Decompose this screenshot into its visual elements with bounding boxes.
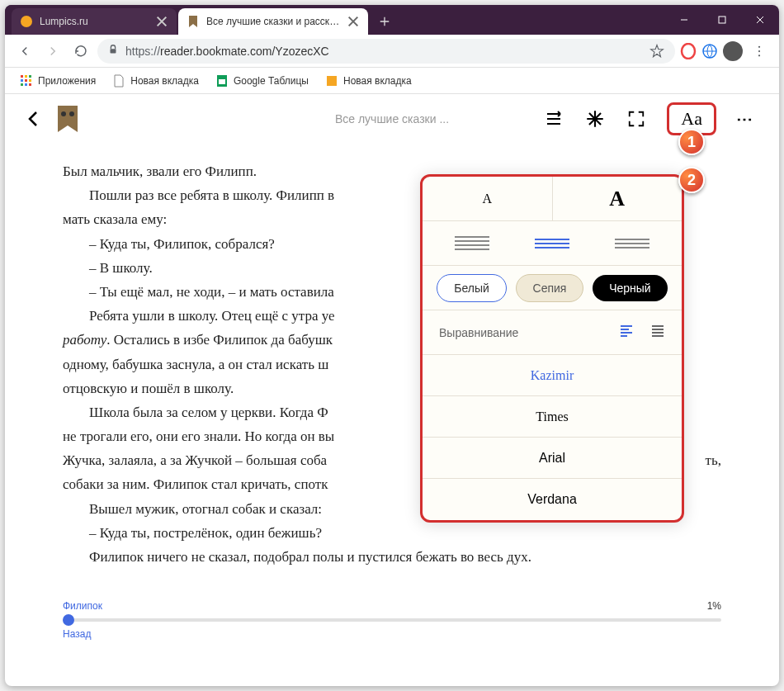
alignment-options (619, 324, 665, 341)
annotation-badge-2: 2 (678, 167, 705, 193)
window-controls (665, 5, 779, 35)
font-kazimir[interactable]: Kazimir (423, 355, 682, 396)
toc-button[interactable] (543, 108, 564, 130)
globe-icon[interactable] (701, 43, 718, 59)
svg-rect-12 (25, 79, 27, 82)
apps-button[interactable]: Приложения (13, 71, 102, 91)
svg-rect-15 (25, 83, 27, 86)
maximize-button[interactable] (703, 5, 741, 35)
bookmark-item[interactable]: Новая вкладка (319, 71, 418, 91)
url-input[interactable]: https://reader.bookmate.com/YzozecXC (97, 39, 675, 64)
progress-percent: 1% (707, 600, 721, 612)
font-size-increase[interactable]: A (553, 177, 682, 220)
font-settings-panel: A A Белый Сепия Черный Выравнивание Kazi… (420, 174, 684, 523)
reader-toolbar: Aa ⋯ (543, 102, 754, 135)
bookmate-logo[interactable] (53, 104, 83, 134)
tab-favicon-bookmate (187, 15, 200, 28)
book-title: Все лучшие сказки ... (335, 112, 449, 125)
close-icon[interactable] (155, 15, 168, 28)
new-tab-button[interactable] (373, 10, 396, 33)
bookmark-label: Новая вкладка (343, 75, 412, 87)
close-button[interactable] (741, 5, 779, 35)
align-left-icon[interactable] (619, 324, 634, 341)
svg-rect-13 (29, 79, 31, 82)
svg-rect-19 (327, 76, 337, 86)
progress-slider[interactable] (63, 618, 721, 622)
bookmark-item[interactable]: Google Таблицы (209, 71, 315, 91)
svg-point-0 (21, 16, 32, 27)
bookmarks-bar: Приложения Новая вкладка Google Таблицы … (5, 68, 779, 94)
reader-header: Все лучшие сказки ... Aa ⋯ (5, 94, 779, 144)
svg-point-6 (758, 50, 760, 51)
reload-button[interactable] (69, 40, 92, 63)
theme-black-button[interactable]: Черный (593, 275, 668, 301)
profile-avatar[interactable] (723, 41, 743, 61)
progress-area: Филипок 1% Назад (5, 590, 779, 656)
tab-bookmate[interactable]: Все лучшие сказки и рассказы (178, 8, 368, 35)
svg-point-7 (758, 54, 760, 56)
tab-title: Lumpics.ru (40, 16, 150, 27)
spacing-wide[interactable] (615, 239, 649, 248)
font-arial[interactable]: Arial (423, 438, 682, 479)
svg-rect-9 (25, 75, 27, 78)
chapter-name: Филипок (63, 600, 102, 612)
spacing-medium[interactable] (535, 239, 569, 248)
font-size-row: A A (423, 177, 682, 221)
svg-rect-14 (21, 83, 23, 86)
more-button[interactable]: ⋯ (736, 109, 754, 129)
titlebar: Lumpics.ru Все лучшие сказки и рассказы (5, 5, 779, 35)
close-icon[interactable] (347, 15, 360, 28)
slider-thumb[interactable] (63, 614, 74, 626)
font-size-decrease[interactable]: A (423, 177, 553, 220)
url-text: https://reader.bookmate.com/YzozecXC (125, 45, 642, 58)
bookmark-star-button[interactable] (584, 108, 606, 130)
lock-icon (107, 44, 119, 58)
svg-rect-10 (29, 75, 31, 78)
back-button[interactable] (13, 40, 36, 63)
star-icon[interactable] (649, 43, 665, 59)
svg-point-21 (69, 111, 74, 116)
forward-button[interactable] (41, 40, 64, 63)
svg-rect-16 (29, 83, 31, 86)
reader-back-button[interactable] (21, 106, 46, 131)
bookmark-item[interactable]: Новая вкладка (106, 71, 205, 91)
alignment-row: Выравнивание (423, 310, 682, 355)
tab-strip: Lumpics.ru Все лучшие сказки и рассказы (5, 5, 396, 35)
svg-point-5 (758, 45, 760, 47)
minimize-button[interactable] (665, 5, 703, 35)
line-spacing-row (423, 221, 682, 266)
font-verdana[interactable]: Verdana (423, 479, 682, 520)
tab-lumpics[interactable]: Lumpics.ru (12, 8, 177, 35)
svg-point-3 (682, 44, 695, 59)
bookmark-label: Google Таблицы (234, 75, 309, 87)
svg-rect-11 (21, 79, 23, 82)
menu-button[interactable] (748, 40, 771, 63)
align-justify-icon[interactable] (650, 324, 665, 341)
aa-label: Aa (676, 106, 707, 130)
annotation-badge-1: 1 (678, 129, 705, 155)
font-times[interactable]: Times (423, 396, 682, 438)
theme-white-button[interactable]: Белый (437, 274, 507, 302)
paragraph: – Куда ты, пострелёнок, один бежишь? (63, 522, 721, 544)
svg-rect-18 (219, 79, 225, 84)
bookmark-label: Новая вкладка (130, 75, 199, 87)
progress-labels: Филипок 1% (63, 600, 721, 612)
svg-rect-8 (21, 75, 23, 78)
browser-window: Lumpics.ru Все лучшие сказки и рассказы … (5, 5, 779, 686)
tab-favicon-lumpics (20, 15, 33, 28)
fullscreen-button[interactable] (626, 108, 647, 130)
theme-sepia-button[interactable]: Сепия (516, 274, 584, 302)
spacing-tight[interactable] (455, 236, 489, 250)
paragraph: Филипок ничего не сказал, подобрал полы … (63, 546, 721, 568)
bookmark-label: Приложения (38, 75, 96, 87)
page-icon (325, 74, 338, 88)
svg-point-20 (61, 111, 66, 116)
opera-icon[interactable] (680, 43, 697, 59)
theme-row: Белый Сепия Черный (423, 266, 682, 310)
alignment-label: Выравнивание (439, 326, 518, 339)
sheets-icon (215, 74, 229, 88)
tab-title: Все лучшие сказки и рассказы (206, 16, 342, 27)
svg-rect-2 (111, 49, 116, 53)
progress-back-link[interactable]: Назад (63, 628, 721, 640)
svg-rect-1 (719, 17, 725, 23)
